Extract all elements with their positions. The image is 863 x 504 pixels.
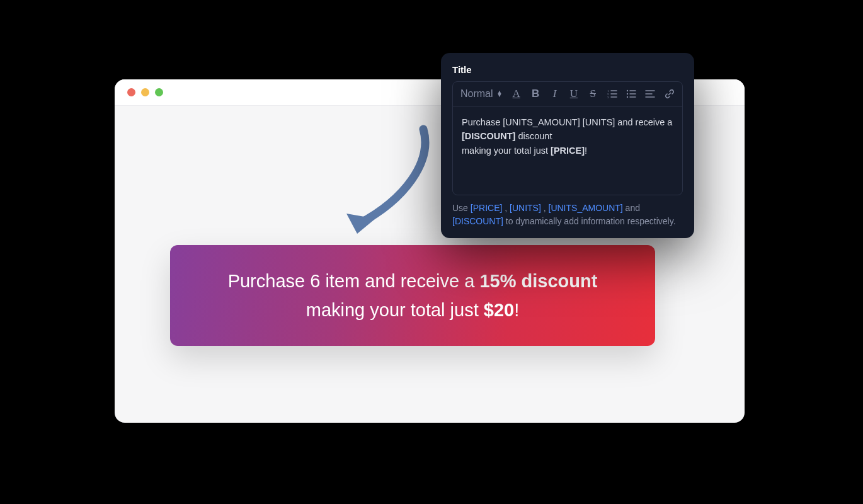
link-icon[interactable] (665, 89, 675, 99)
promo-line-2: making your total just $20! (306, 295, 520, 324)
token-units-amount: [UNITS_AMOUNT] (549, 203, 623, 213)
token-price: [PRICE] (551, 146, 585, 156)
ordered-list-icon[interactable]: 123 (607, 89, 617, 99)
hint-text: Use (452, 203, 471, 213)
hint-text: , (502, 203, 510, 213)
minimize-icon[interactable] (141, 88, 149, 96)
editor-text: and receive a (615, 117, 672, 127)
heading-select[interactable]: Normal ▲▼ (460, 88, 502, 100)
promo-price: $20 (484, 300, 514, 320)
editor-line: making your total just [PRICE]! (462, 144, 673, 158)
svg-point-6 (627, 90, 628, 91)
promo-text: making your total just (306, 300, 484, 320)
arrow-icon (329, 124, 442, 256)
editor-text: making your total just (462, 146, 551, 156)
zoom-icon[interactable] (155, 88, 163, 96)
token-units: [UNITS] (510, 203, 541, 213)
rich-text-editor: Normal ▲▼ A B I U S 123 Purchase [UNIT (452, 81, 683, 195)
editor-toolbar: Normal ▲▼ A B I U S 123 (453, 82, 682, 106)
token-discount: [DISCOUNT] (462, 131, 515, 141)
token-price: [PRICE] (471, 203, 503, 213)
svg-point-8 (627, 96, 628, 98)
promo-text: and receive a (360, 271, 479, 291)
promo-units-amount: 6 (310, 271, 320, 291)
editor-hint: Use [PRICE] , [UNITS] , [UNITS_AMOUNT] a… (452, 202, 683, 228)
unordered-list-icon[interactable] (626, 89, 636, 99)
hint-text: , (541, 203, 549, 213)
token-units: [UNITS] (583, 117, 615, 127)
editor-text: ! (585, 146, 587, 156)
promo-units: item (325, 271, 360, 291)
hint-text: and (623, 203, 640, 213)
promo-banner: Purchase 6 item and receive a 15% discou… (170, 245, 655, 346)
promo-discount: 15% discount (479, 271, 597, 291)
promo-text: Purchase (228, 271, 311, 291)
promo-line-1: Purchase 6 item and receive a 15% discou… (228, 266, 598, 295)
align-icon[interactable] (645, 89, 655, 99)
editor-textarea[interactable]: Purchase [UNITS_AMOUNT] [UNITS] and rece… (453, 106, 682, 195)
hint-text: to dynamically add information respectiv… (503, 216, 676, 226)
svg-text:3: 3 (607, 96, 609, 99)
token-units-amount: [UNITS_AMOUNT] (503, 117, 580, 127)
panel-title: Title (452, 64, 683, 75)
bold-icon[interactable]: B (530, 88, 540, 100)
svg-point-7 (627, 93, 628, 94)
heading-select-label: Normal (460, 88, 493, 100)
editor-line: [DISCOUNT] discount (462, 129, 673, 143)
token-discount: [DISCOUNT] (452, 216, 503, 226)
sort-icon: ▲▼ (497, 91, 503, 97)
editor-line: Purchase [UNITS_AMOUNT] [UNITS] and rece… (462, 115, 673, 129)
underline-icon[interactable]: U (569, 88, 579, 100)
editor-text: Purchase (462, 117, 503, 127)
font-color-icon[interactable]: A (511, 88, 521, 100)
italic-icon[interactable]: I (549, 88, 559, 100)
close-icon[interactable] (127, 88, 135, 96)
strike-icon[interactable]: S (588, 88, 598, 100)
editor-panel: Title Normal ▲▼ A B I U S 123 (441, 53, 694, 238)
promo-text: ! (514, 300, 519, 320)
editor-text: discount (515, 131, 552, 141)
